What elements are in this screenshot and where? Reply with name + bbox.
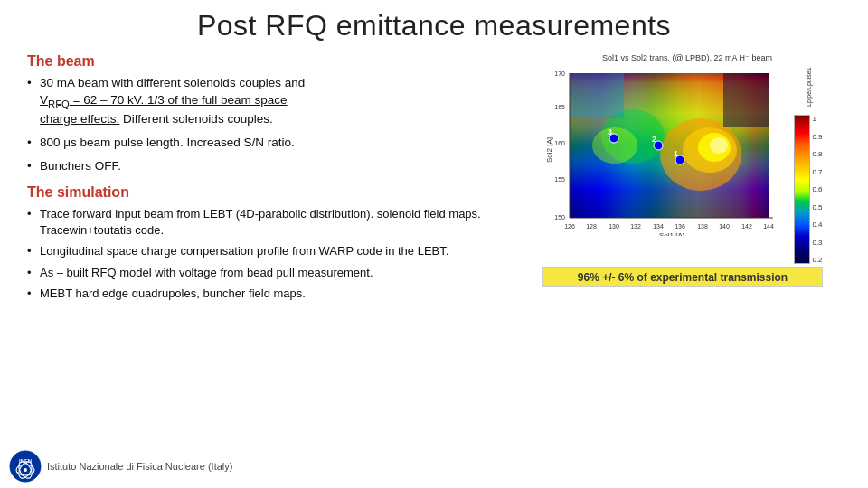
simulation-section: The simulation Trace forward input beam … xyxy=(27,184,515,302)
svg-text:140: 140 xyxy=(719,223,730,230)
heatmap-container: Sol1 vs Sol2 trans. (@ LPBD), 22 mA H⁻ b… xyxy=(542,53,832,287)
right-panel: Sol1 vs Sol2 trans. (@ LPBD), 22 mA H⁻ b… xyxy=(533,53,841,306)
content-area: The beam 30 mA beam with different solen… xyxy=(27,53,841,306)
svg-text:165: 165 xyxy=(554,104,565,110)
x-axis-label: Sol1 [A] xyxy=(659,231,684,236)
svg-text:130: 130 xyxy=(609,223,619,230)
simulation-bullets: Trace forward input beam from LEBT (4D-p… xyxy=(27,206,515,302)
infn-logo: INFN xyxy=(9,450,42,483)
colorbar-area: Lpipe/Lpulse1 1 0.9 0.8 0.7 0.6 0.5 0.4 xyxy=(790,64,826,264)
page-container: Post RFQ emittance measurements The beam… xyxy=(0,0,868,488)
svg-text:132: 132 xyxy=(630,223,641,230)
heatmap-label-2: 2 xyxy=(652,135,656,144)
colorbar-gradient xyxy=(794,115,810,264)
colorbar-labels: 1 0.9 0.8 0.7 0.6 0.5 0.4 0.3 0.2 xyxy=(812,115,822,264)
svg-text:128: 128 xyxy=(586,223,597,230)
colorbar-title: Lpipe/Lpulse1 xyxy=(806,64,812,109)
sim-bullet-3: As – built RFQ model with voltage from b… xyxy=(27,265,515,281)
transmission-badge: 96% +/- 6% of experimental transmission xyxy=(542,267,823,287)
svg-text:134: 134 xyxy=(653,223,664,230)
sim-bullet-2: Longitudinal space charge compensation p… xyxy=(27,243,515,259)
svg-text:142: 142 xyxy=(741,223,752,230)
beam-bullet-3: Bunchers OFF. xyxy=(27,158,515,175)
page-title: Post RFQ emittance measurements xyxy=(27,9,841,42)
svg-text:150: 150 xyxy=(554,214,565,221)
beam-bullets: 30 mA beam with different solenoids coup… xyxy=(27,75,515,175)
heatmap-wrapper: 3 2 1 126 xyxy=(542,64,832,264)
heatmap-label-3: 3 xyxy=(608,127,612,136)
heatmap-label-1: 1 xyxy=(674,149,678,158)
svg-point-7 xyxy=(592,127,637,164)
simulation-heading: The simulation xyxy=(27,184,515,201)
left-panel: The beam 30 mA beam with different solen… xyxy=(27,53,515,306)
svg-rect-9 xyxy=(723,73,769,127)
svg-rect-8 xyxy=(570,73,624,118)
svg-text:160: 160 xyxy=(554,140,565,146)
svg-text:155: 155 xyxy=(554,176,565,183)
y-axis-label: Sol2 [A] xyxy=(545,137,553,163)
svg-text:136: 136 xyxy=(675,223,685,230)
heatmap-svg-area: 3 2 1 126 xyxy=(542,64,787,264)
sim-bullet-1: Trace forward input beam from LEBT (4D-p… xyxy=(27,206,515,239)
svg-point-32 xyxy=(24,468,27,472)
vrfq-text: VRFQ = 62 – 70 kV. 1/3 of the full beam … xyxy=(40,93,288,126)
heatmap-svg: 3 2 1 126 xyxy=(542,64,787,236)
beam-bullet-2: 800 μs beam pulse length. Increased S/N … xyxy=(27,135,515,152)
heatmap-title: Sol1 vs Sol2 trans. (@ LPBD), 22 mA H⁻ b… xyxy=(542,53,832,62)
svg-text:170: 170 xyxy=(554,70,565,77)
svg-text:126: 126 xyxy=(564,223,575,230)
svg-text:144: 144 xyxy=(763,223,774,230)
beam-bullet-1: 30 mA beam with different solenoids coup… xyxy=(27,75,515,128)
footer-institution: Istituto Nazionale di Fisica Nucleare (I… xyxy=(47,461,232,472)
svg-text:138: 138 xyxy=(697,223,708,230)
beam-heading: The beam xyxy=(27,53,515,70)
beam-section: The beam 30 mA beam with different solen… xyxy=(27,53,515,175)
footer: INFN Istituto Nazionale di Fisica Nuclea… xyxy=(0,450,232,483)
sim-bullet-4: MEBT hard edge quadrupoles, buncher fiel… xyxy=(27,286,515,302)
svg-point-5 xyxy=(710,137,728,154)
